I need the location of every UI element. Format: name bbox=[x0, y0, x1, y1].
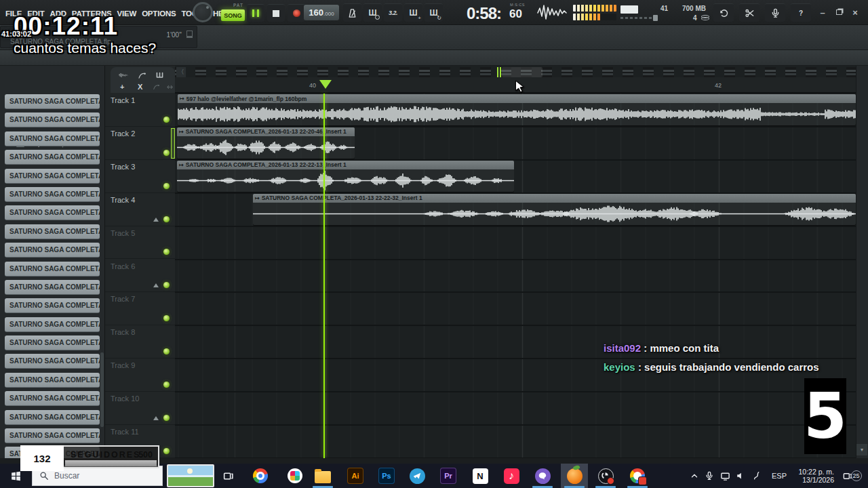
overdub-button[interactable]: Ш+ bbox=[404, 3, 422, 22]
track-led[interactable] bbox=[163, 183, 170, 189]
tray-microphone-icon[interactable] bbox=[703, 464, 715, 488]
maximize-button[interactable] bbox=[831, 5, 846, 19]
clip-header[interactable]: ↦SATURNO SAGA COMPLETA_2026-01-13 22-22-… bbox=[177, 161, 514, 169]
browser-item[interactable]: SATURNO SAGA COMPLETA.. bbox=[5, 391, 100, 406]
taskbar-tiktok-icon[interactable]: ♪ bbox=[502, 467, 520, 485]
countdown-button[interactable]: 3.2. bbox=[384, 3, 402, 22]
browser-item[interactable]: SATURNO SAGA COMPLETA.. bbox=[5, 317, 100, 332]
language-indicator[interactable]: ESP bbox=[768, 464, 791, 488]
delete-track-button[interactable]: X bbox=[138, 83, 142, 91]
clip-header[interactable]: ↦SATURNO SAGA COMPLETA_2026-01-13 22-22-… bbox=[253, 194, 856, 203]
taskbar-telegram-icon[interactable] bbox=[408, 467, 426, 485]
undo-button[interactable] bbox=[713, 3, 734, 22]
browser-item[interactable]: SATURNO SAGA COMPLETA.. bbox=[5, 280, 100, 295]
taskbar-chat-app-icon[interactable] bbox=[534, 467, 551, 485]
audio-clip[interactable]: ↦597 halo @levielfather @1marin_flp 160b… bbox=[178, 94, 856, 125]
collapse-arrow-icon[interactable] bbox=[153, 281, 159, 287]
taskbar-chrome-icon[interactable] bbox=[252, 467, 269, 485]
stop-button[interactable] bbox=[267, 4, 285, 22]
tray-volume-icon[interactable] bbox=[734, 464, 747, 488]
metronome-button[interactable] bbox=[343, 3, 361, 22]
arrangement-grid[interactable]: ↦597 halo @levielfather @1marin_flp 160b… bbox=[175, 94, 856, 458]
browser-item[interactable]: SATURNO SAGA COMPLETA.. bbox=[5, 354, 100, 369]
playback-position-box[interactable] bbox=[620, 5, 638, 14]
picker-scrollbar[interactable] bbox=[100, 352, 104, 427]
track-led[interactable] bbox=[163, 382, 170, 388]
wait-for-input-button[interactable]: Ш bbox=[363, 3, 382, 22]
track-led[interactable] bbox=[163, 415, 170, 421]
audio-clip[interactable]: ↦SATURNO SAGA COMPLETA_2026-01-13 22-22-… bbox=[177, 161, 514, 192]
track-header-7[interactable]: Track 7 bbox=[105, 292, 175, 325]
browser-item[interactable]: SATURNO SAGA COMPLETA.. bbox=[5, 428, 100, 443]
taskbar-obs-icon[interactable] bbox=[597, 467, 614, 485]
track-led[interactable] bbox=[163, 117, 170, 123]
taskbar-slack-icon[interactable] bbox=[286, 467, 304, 485]
browser-item[interactable]: SATURNO SAGA COMPLETA.. bbox=[5, 187, 100, 202]
add-track-button[interactable]: + bbox=[120, 83, 124, 91]
tray-expand-caret-icon[interactable] bbox=[688, 464, 701, 488]
collapse-arrow-icon[interactable] bbox=[153, 413, 159, 420]
track-led[interactable] bbox=[163, 249, 170, 255]
playlist-vertical-scrollbar[interactable] bbox=[856, 66, 868, 458]
chat-username[interactable]: keyios bbox=[604, 361, 635, 373]
help-button[interactable]: ? bbox=[791, 3, 811, 22]
scroll-down-arrow-icon[interactable]: ▾ bbox=[856, 444, 867, 455]
taskbar-fl-studio-icon[interactable] bbox=[566, 467, 583, 485]
browser-item[interactable]: SATURNO SAGA COMPLETA.. bbox=[5, 131, 100, 146]
browser-item[interactable]: SATURNO SAGA COMPLETA.. bbox=[5, 224, 100, 239]
notification-center-button[interactable]: 25 bbox=[838, 464, 865, 488]
browser-item[interactable]: SATURNO SAGA COMPLETA.. bbox=[5, 113, 100, 127]
track-led[interactable] bbox=[163, 315, 170, 321]
tray-pen-icon[interactable] bbox=[751, 464, 764, 488]
taskbar-premiere-icon[interactable]: Pr bbox=[439, 467, 457, 485]
track-led[interactable] bbox=[163, 282, 170, 288]
cut-tool-button[interactable] bbox=[739, 3, 760, 22]
corner-automation-icon[interactable] bbox=[138, 71, 147, 81]
track-led[interactable] bbox=[163, 150, 170, 156]
taskbar-file-explorer-icon[interactable] bbox=[314, 467, 332, 485]
track-header-4[interactable]: Track 4 bbox=[105, 193, 175, 226]
minimap-scroll-left-icon[interactable]: 〈 bbox=[176, 67, 186, 77]
audio-clip[interactable]: ↦SATURNO SAGA COMPLETA_2026-01-13 22-22-… bbox=[253, 194, 856, 225]
track-header-2[interactable]: Track 2 bbox=[105, 127, 175, 160]
track-led[interactable] bbox=[163, 216, 170, 222]
menu-item-options[interactable]: OPTIONS bbox=[139, 1, 178, 26]
browser-item[interactable]: SATURNO SAGA COMPLETA.. bbox=[5, 336, 100, 350]
position-handle[interactable] bbox=[653, 15, 658, 21]
clip-header[interactable]: ↦SATURNO SAGA COMPLETA_2026-01-13 22-20-… bbox=[177, 127, 355, 136]
track-header-6[interactable]: Track 6 bbox=[105, 260, 175, 293]
song-mode-button[interactable]: SONG bbox=[221, 9, 245, 21]
corner-pattern-icon[interactable] bbox=[155, 71, 165, 81]
chat-username[interactable]: isita092 bbox=[604, 342, 641, 354]
tempo-display[interactable]: 160.000 bbox=[304, 5, 339, 20]
browser-item[interactable]: SATURNO SAGA COMPLETA.. bbox=[5, 298, 100, 313]
browser-item[interactable]: SATURNO SAGA COMPLETA.. bbox=[5, 373, 100, 388]
task-view-button[interactable] bbox=[216, 464, 240, 488]
loop-record-button[interactable]: Ш↻ bbox=[425, 3, 443, 22]
desktop-thumbnail[interactable] bbox=[167, 464, 214, 487]
main-volume-knob[interactable] bbox=[193, 2, 213, 22]
browser-item[interactable]: SATURNO SAGA COMPLETA.. bbox=[5, 410, 100, 425]
taskbar-photoshop-icon[interactable]: Ps bbox=[378, 467, 395, 485]
browser-item[interactable]: SATURNO SAGA COMPLETA.. bbox=[5, 94, 100, 109]
track-header-3[interactable]: Track 3 bbox=[105, 160, 175, 193]
track-header-1[interactable]: Track 1 bbox=[105, 94, 175, 127]
browser-item[interactable]: SATURNO SAGA COMPLETA.. bbox=[5, 243, 100, 258]
tray-network-icon[interactable] bbox=[719, 464, 731, 488]
pat-song-toggle[interactable]: PAT SONG bbox=[221, 3, 245, 23]
browser-item[interactable]: SATURNO SAGA COMPLETA.. bbox=[5, 150, 100, 165]
corner-arrows-icon[interactable] bbox=[166, 83, 176, 93]
browser-item[interactable]: SATURNO SAGA COMPLETA.. bbox=[5, 262, 100, 277]
record-button[interactable] bbox=[288, 4, 305, 22]
time-display[interactable]: 0:58: 60 M:S:CS bbox=[467, 1, 525, 24]
corner-slide-icon[interactable] bbox=[153, 83, 162, 93]
track-header-5[interactable]: Track 5 bbox=[105, 226, 175, 260]
recording-mic-button[interactable] bbox=[765, 3, 785, 22]
track-led[interactable] bbox=[163, 448, 170, 454]
corner-audio-icon[interactable] bbox=[119, 71, 128, 81]
track-header-10[interactable]: Track 10 bbox=[105, 392, 175, 425]
track-led[interactable] bbox=[163, 348, 170, 354]
audio-clip[interactable]: ↦SATURNO SAGA COMPLETA_2026-01-13 22-20-… bbox=[177, 127, 355, 159]
close-button[interactable]: × bbox=[848, 5, 863, 19]
track-header-8[interactable]: Track 8 bbox=[105, 325, 175, 359]
